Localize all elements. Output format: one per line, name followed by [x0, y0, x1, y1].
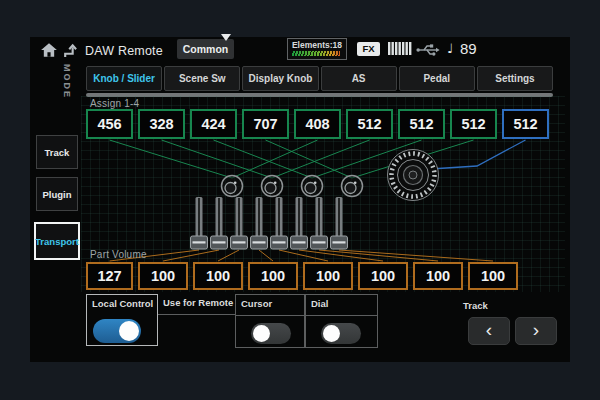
assign-value-3[interactable]: 424: [190, 109, 237, 139]
tempo-note-icon: ♩: [447, 41, 453, 56]
part-volume-text: 100: [261, 268, 285, 284]
assign-row-label: Assign 1-4: [90, 98, 139, 109]
tempo-value: 89: [460, 40, 477, 57]
cell-divider: [158, 314, 235, 315]
part-volume-text: 100: [371, 268, 395, 284]
track-previous-button[interactable]: ‹: [468, 317, 510, 345]
local-control-label: Local Control: [92, 298, 153, 309]
sidebar-item-label: Track: [45, 147, 70, 158]
cursor-cell: Cursor: [235, 294, 305, 348]
tab-pedal[interactable]: Pedal: [399, 66, 475, 91]
part-volume-value-8[interactable]: 100: [468, 262, 518, 290]
part-volume-value-7[interactable]: 100: [413, 262, 463, 290]
cursor-toggle[interactable]: [251, 323, 291, 344]
part-volume-value-5[interactable]: 100: [303, 262, 353, 290]
part-volume-text: 100: [426, 268, 450, 284]
usb-status-icon: [416, 42, 440, 57]
home-icon[interactable]: [40, 42, 58, 58]
cursor-label: Cursor: [241, 298, 272, 309]
part-volume-value-4[interactable]: 100: [248, 262, 298, 290]
part-volume-text: 127: [97, 268, 121, 284]
assign-value-5[interactable]: 408: [294, 109, 341, 139]
common-label: Common: [183, 43, 229, 55]
dial-label: Dial: [311, 298, 328, 309]
sidebar-item-track[interactable]: Track: [36, 135, 78, 169]
track-next-button[interactable]: ›: [515, 317, 557, 345]
dial-toggle[interactable]: [321, 323, 361, 344]
part-volume-text: 100: [316, 268, 340, 284]
part-volume-value-1[interactable]: 127: [86, 262, 133, 290]
part-volume-value-2[interactable]: 100: [138, 262, 188, 290]
mode-label: MODE: [62, 64, 72, 99]
sidebar-item-plugin[interactable]: Plugin: [36, 177, 78, 211]
fx-status-icon: FX: [357, 42, 380, 56]
elements-status: Elements:18: [287, 38, 347, 60]
tab-bar: Knob / SliderScene SwDisplay KnobASPedal…: [86, 66, 553, 91]
toggle-knob: [119, 321, 139, 341]
assign-value-text: 408: [305, 116, 329, 132]
part-volume-value-3[interactable]: 100: [193, 262, 243, 290]
tab-scene-sw[interactable]: Scene Sw: [164, 66, 240, 91]
assign-value-text: 456: [97, 116, 121, 132]
cell-divider: [236, 315, 304, 316]
tab-knob-slider[interactable]: Knob / Slider: [86, 66, 162, 91]
tab-label: AS: [352, 73, 366, 84]
sidebar-item-label: Transport: [35, 236, 79, 247]
keyboard-status-icon: [388, 42, 412, 56]
assign-value-text: 512: [513, 116, 537, 132]
daw-remote-screen: DAW Remote Common Elements:18 FX: [0, 0, 600, 400]
use-for-remote-label: Use for Remote: [163, 297, 233, 308]
local-control-cell: Local Control: [86, 294, 158, 346]
cell-divider: [306, 315, 377, 316]
tab-label: Pedal: [423, 73, 450, 84]
assign-value-7[interactable]: 512: [398, 109, 445, 139]
use-for-remote-cell: Use for Remote: [158, 294, 235, 346]
assign-value-text: 424: [201, 116, 225, 132]
assign-value-text: 512: [357, 116, 381, 132]
elements-meter: [292, 51, 340, 56]
tab-display-knob[interactable]: Display Knob: [242, 66, 318, 91]
part-volume-label: Part Volume: [90, 249, 147, 260]
assign-value-1[interactable]: 456: [86, 109, 133, 139]
chevron-down-icon: [221, 34, 231, 41]
device-screen: DAW Remote Common Elements:18 FX: [30, 37, 570, 362]
tab-label: Settings: [495, 73, 534, 84]
up-level-icon[interactable]: [62, 42, 78, 58]
elements-label: Elements:18: [288, 40, 346, 50]
sidebar-item-label: Plugin: [42, 189, 71, 200]
tab-label: Scene Sw: [179, 73, 226, 84]
part-volume-value-6[interactable]: 100: [358, 262, 408, 290]
local-control-toggle[interactable]: [93, 319, 141, 343]
assign-value-8[interactable]: 512: [450, 109, 497, 139]
assign-value-6[interactable]: 512: [346, 109, 393, 139]
sidebar-item-transport[interactable]: Transport: [34, 222, 80, 260]
track-label: Track: [463, 300, 488, 311]
page-title: DAW Remote: [85, 44, 163, 58]
assign-value-2[interactable]: 328: [138, 109, 185, 139]
tab-label: Display Knob: [248, 73, 312, 84]
assign-value-4[interactable]: 707: [242, 109, 289, 139]
tab-settings[interactable]: Settings: [477, 66, 553, 91]
tab-as[interactable]: AS: [321, 66, 397, 91]
part-volume-text: 100: [206, 268, 230, 284]
dial-cell: Dial: [305, 294, 378, 348]
toggle-knob: [253, 325, 270, 342]
part-volume-text: 100: [151, 268, 175, 284]
tab-label: Knob / Slider: [93, 73, 155, 84]
assign-value-text: 512: [461, 116, 485, 132]
common-part-selector[interactable]: Common: [177, 39, 234, 59]
toggle-knob: [323, 325, 340, 342]
assign-value-text: 328: [149, 116, 173, 132]
assign-value-text: 512: [409, 116, 433, 132]
assign-value-9[interactable]: 512: [502, 109, 549, 139]
assign-value-text: 707: [253, 116, 277, 132]
part-volume-text: 100: [481, 268, 505, 284]
